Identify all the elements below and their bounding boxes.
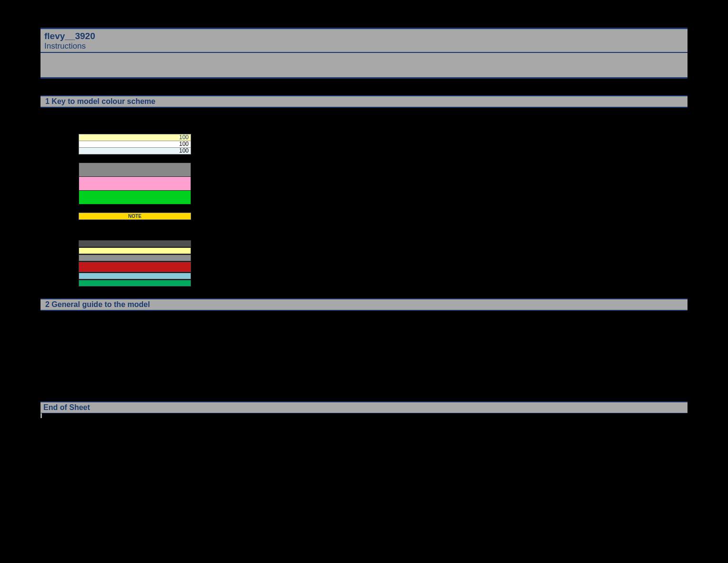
swatch-gray <box>79 163 191 177</box>
swatch-yellow-light: 100 <box>79 134 191 141</box>
footer-end-of-sheet: End of Sheet <box>40 401 688 413</box>
swatch-group-thin <box>79 240 688 287</box>
swatch-darkgray <box>79 240 191 247</box>
swatch-area: 100 100 100 NOTE <box>79 117 688 287</box>
swatch-group-values: 100 100 100 <box>79 134 688 154</box>
swatch-pink <box>79 176 191 191</box>
swatch-red <box>79 262 191 272</box>
swatch-emerald <box>79 280 191 287</box>
footer-tick <box>40 413 42 418</box>
swatch-green <box>79 190 191 205</box>
swatch-white: 100 <box>79 141 191 148</box>
page-title: flevy__3920 <box>40 29 688 41</box>
swatch-yellow2 <box>79 247 191 254</box>
swatch-group-tall <box>79 163 688 205</box>
page-subtitle: Instructions <box>40 41 688 53</box>
swatch-group-note: NOTE <box>79 213 688 220</box>
section-1-header: 1 Key to model colour scheme <box>40 95 688 108</box>
header-spacer <box>40 53 688 79</box>
page-container: flevy__3920 Instructions 1 Key to model … <box>0 0 728 418</box>
swatch-lightblue: 100 <box>79 147 191 154</box>
header-block: flevy__3920 Instructions <box>40 28 688 79</box>
swatch-midgray <box>79 255 191 261</box>
section-2-header: 2 General guide to the model <box>40 298 688 311</box>
section-2-body <box>40 320 688 401</box>
swatch-note: NOTE <box>79 213 191 220</box>
swatch-cyan <box>79 273 191 279</box>
